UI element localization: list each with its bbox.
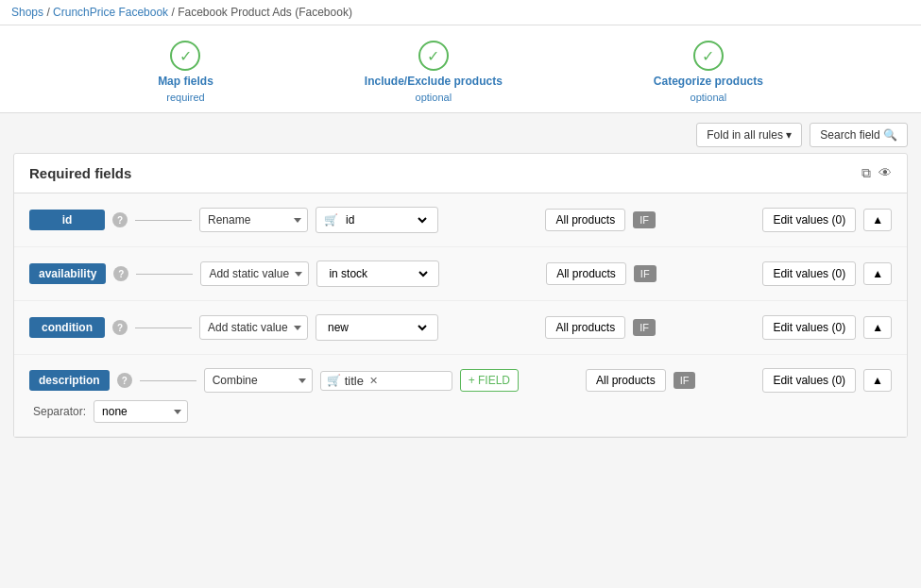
all-products-btn-availability[interactable]: All products [546, 262, 626, 285]
edit-values-btn-id[interactable]: Edit values (0) [762, 208, 856, 232]
step-include-exclude-label: Include/Exclude products [365, 75, 503, 88]
value-select-condition-inner[interactable]: new used refurbished [324, 320, 430, 335]
step-map-fields-label: Map fields [158, 75, 213, 88]
toolbar: Fold in all rules ▾ Search field 🔍 [13, 123, 908, 147]
fold-all-rules-button[interactable]: Fold in all rules ▾ [696, 123, 802, 147]
collapse-btn-description[interactable]: ▲ [863, 369, 892, 392]
field-tag-id: id [29, 210, 105, 230]
field-row-description: description ? Combine Rename Add static … [14, 355, 907, 437]
remove-title-button[interactable]: ✕ [369, 375, 378, 387]
value-select-condition[interactable]: new used refurbished [316, 314, 438, 341]
action-select-condition[interactable]: Add static value Rename Combine [199, 315, 308, 340]
collapse-btn-availability[interactable]: ▲ [863, 262, 892, 285]
search-field-label: Search field 🔍 [820, 128, 897, 142]
field-row-availability: availability ? Add static value Rename C… [14, 247, 907, 301]
steps-bar: ✓ Map fields required ✓ Include/Exclude … [0, 25, 921, 113]
panel-header-icons: ⧉ 👁 [861, 165, 892, 181]
value-select-id[interactable]: 🛒 id [316, 207, 438, 233]
cart-icon-description: 🛒 [327, 374, 341, 387]
eye-icon[interactable]: 👁 [878, 165, 892, 181]
main-content: Fold in all rules ▾ Search field 🔍 Requi… [0, 113, 921, 447]
step-categorize-label: Categorize products [654, 75, 763, 88]
all-products-btn-condition[interactable]: All products [545, 316, 625, 339]
edit-values-btn-availability[interactable]: Edit values (0) [762, 261, 856, 286]
separator-label: Separator: [33, 405, 86, 418]
connector-description [140, 380, 196, 381]
collapse-btn-condition[interactable]: ▲ [863, 316, 892, 339]
help-icon-condition[interactable]: ? [112, 320, 128, 335]
edit-values-btn-description[interactable]: Edit values (0) [762, 368, 856, 393]
step-categorize-circle: ✓ [693, 41, 724, 71]
breadcrumb-shops-link[interactable]: Shops [11, 6, 43, 19]
step-map-fields-circle: ✓ [170, 41, 200, 71]
field-row-condition: condition ? Add static value Rename Comb… [14, 301, 907, 355]
copy-icon[interactable]: ⧉ [861, 165, 871, 181]
panel-header: Required fields ⧉ 👁 [14, 154, 907, 193]
step-categorize[interactable]: ✓ Categorize products optional [654, 41, 763, 103]
collapse-btn-id[interactable]: ▲ [863, 209, 892, 231]
value-select-id-inner[interactable]: id [342, 212, 430, 227]
connector-availability [136, 274, 193, 275]
breadcrumb-shop-link[interactable]: CrunchPrice Facebook [53, 6, 168, 19]
action-select-description[interactable]: Combine Rename Add static value [204, 368, 313, 393]
if-badge-description[interactable]: IF [674, 372, 696, 389]
value-select-availability[interactable]: in stock out of stock [316, 260, 439, 287]
help-icon-description[interactable]: ? [117, 373, 132, 388]
step-include-exclude[interactable]: ✓ Include/Exclude products optional [365, 41, 503, 103]
separator-select[interactable]: none space comma dash pipe [94, 400, 188, 423]
field-tag-description: description [29, 370, 110, 391]
cart-icon-id: 🛒 [324, 213, 338, 227]
field-tag-condition: condition [29, 317, 105, 338]
step-include-exclude-sublabel: optional [416, 92, 452, 103]
separator-row: Separator: none space comma dash pipe [29, 400, 892, 423]
if-badge-availability[interactable]: IF [634, 265, 657, 282]
panel-title: Required fields [29, 165, 131, 181]
breadcrumb: Shops / CrunchPrice Facebook / Facebook … [0, 0, 921, 25]
if-badge-condition[interactable]: IF [633, 319, 656, 336]
step-map-fields[interactable]: ✓ Map fields required [158, 41, 213, 103]
step-categorize-sublabel: optional [691, 92, 727, 103]
required-fields-panel: Required fields ⧉ 👁 id ? Rename Add stat… [13, 153, 908, 438]
fold-all-rules-label: Fold in all rules ▾ [707, 128, 792, 142]
field-row-id: id ? Rename Add static value Combine 🛒 i… [14, 193, 907, 247]
field-tag-availability: availability [29, 263, 106, 284]
add-field-button[interactable]: + FIELD [460, 369, 519, 392]
action-select-id[interactable]: Rename Add static value Combine [199, 208, 308, 232]
step-include-exclude-circle: ✓ [418, 41, 449, 71]
connector-condition [135, 328, 192, 328]
connector-id [135, 220, 192, 221]
action-select-availability[interactable]: Add static value Rename Combine [200, 261, 309, 286]
if-badge-id[interactable]: IF [633, 211, 656, 228]
search-field-button[interactable]: Search field 🔍 [810, 123, 908, 147]
all-products-btn-description[interactable]: All products [586, 369, 666, 392]
value-select-availability-inner[interactable]: in stock out of stock [325, 266, 431, 281]
edit-values-btn-condition[interactable]: Edit values (0) [762, 315, 856, 340]
combine-tag-text: title [345, 374, 364, 388]
breadcrumb-current: Facebook Product Ads (Facebook) [178, 6, 352, 19]
step-map-fields-sublabel: required [166, 92, 204, 103]
all-products-btn-id[interactable]: All products [545, 209, 625, 231]
help-icon-id[interactable]: ? [112, 212, 128, 227]
combine-field-area: 🛒 title ✕ [320, 371, 452, 391]
help-icon-availability[interactable]: ? [113, 266, 128, 281]
